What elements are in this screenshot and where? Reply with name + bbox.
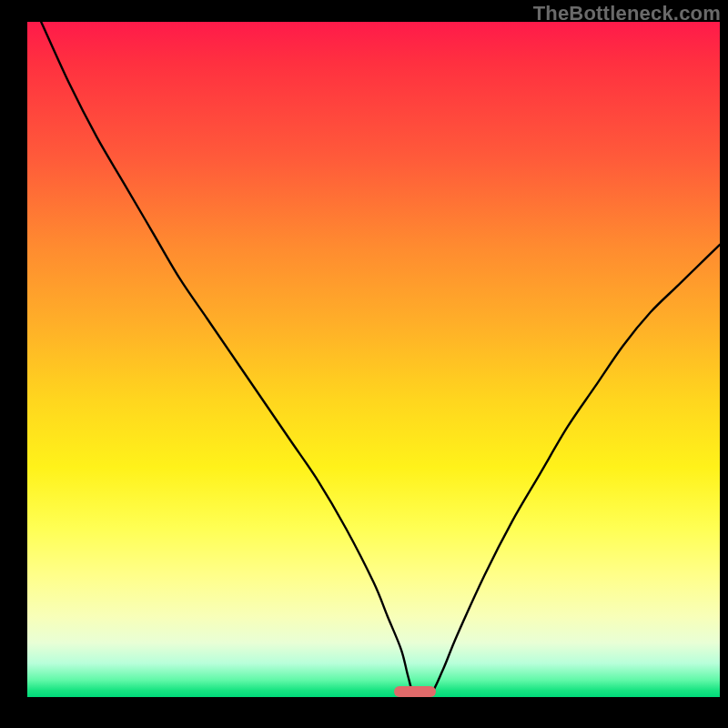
watermark-text: TheBottleneck.com [533, 2, 721, 25]
optimal-range-marker [394, 686, 436, 697]
chart-frame: TheBottleneck.com [0, 0, 728, 728]
bottleneck-curve [27, 22, 720, 697]
plot-area [27, 22, 720, 697]
